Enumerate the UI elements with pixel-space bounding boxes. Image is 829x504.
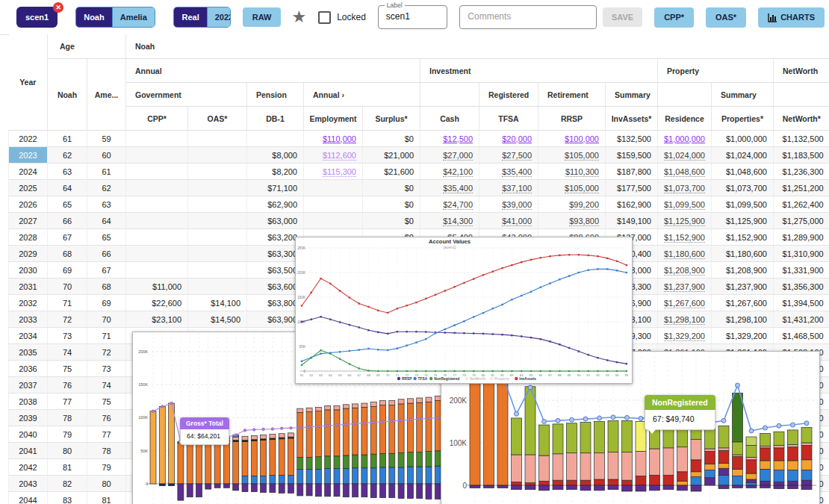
chart-account-values[interactable]: 050K100K150K200K250K61626364656667686970… (295, 237, 633, 384)
label-input[interactable] (379, 6, 447, 27)
editable-value-link[interactable]: $110,300 (565, 167, 599, 177)
editable-value-link[interactable]: $110,000 (323, 134, 356, 143)
value-cell[interactable]: $93,800 (538, 213, 606, 229)
value-cell[interactable]: $112,600 (304, 147, 363, 164)
value-cell[interactable]: $110,000 (304, 131, 363, 147)
editable-value-link[interactable]: $1,099,500 (664, 200, 705, 210)
value-cell[interactable]: $100,000 (538, 131, 606, 147)
year-cell[interactable]: 2039 (9, 410, 48, 426)
tab-2022-dollars[interactable]: 2022 $ (207, 7, 231, 27)
year-cell[interactable]: 2038 (9, 393, 48, 410)
tab-amelia[interactable]: Amelia (112, 7, 155, 27)
legend-item-property[interactable]: Property (490, 377, 509, 381)
col-cpp[interactable]: CPP* (126, 107, 188, 131)
col-employment[interactable]: Employment (304, 107, 363, 131)
year-cell[interactable]: 2031 (9, 279, 48, 295)
value-cell[interactable]: $1,298,100 (658, 311, 712, 328)
editable-value-link[interactable]: $1,073,700 (664, 184, 705, 193)
legend-item-invassets[interactable]: InvAssets (515, 377, 536, 381)
col-oas[interactable]: OAS* (188, 107, 247, 131)
oas-button[interactable]: OAS* (706, 7, 746, 28)
year-cell[interactable]: 2023 (9, 147, 48, 164)
value-cell[interactable]: $99,200 (538, 196, 606, 213)
year-cell[interactable]: 2036 (9, 361, 48, 377)
year-cell[interactable]: 2042 (9, 459, 48, 476)
editable-value-link[interactable]: $41,000 (502, 217, 532, 226)
comments-input[interactable] (460, 6, 596, 27)
editable-value-link[interactable]: $27,500 (502, 151, 532, 161)
col-cash[interactable]: Cash (420, 107, 479, 131)
value-cell[interactable]: $12,500 (420, 131, 479, 147)
value-cell[interactable]: $1,237,900 (658, 279, 712, 295)
editable-value-link[interactable]: $99,200 (569, 200, 599, 210)
editable-value-link[interactable]: $35,400 (502, 167, 532, 177)
year-cell[interactable]: 2040 (9, 426, 48, 443)
col-networth[interactable]: NetWorth* (774, 107, 829, 131)
value-cell[interactable]: $1,152,900 (658, 229, 712, 246)
editable-value-link[interactable]: $1,267,600 (664, 299, 705, 308)
editable-value-link[interactable]: $1,208,900 (664, 266, 705, 276)
editable-value-link[interactable]: $1,237,900 (664, 282, 705, 292)
year-cell[interactable]: 2037 (9, 377, 48, 393)
editable-value-link[interactable]: $100,000 (565, 134, 599, 143)
editable-value-link[interactable]: $1,125,900 (664, 217, 705, 226)
value-cell[interactable]: $20,000 (479, 131, 538, 147)
col-age-noah[interactable]: Noah (48, 59, 87, 131)
year-cell[interactable]: 2032 (9, 295, 48, 311)
editable-value-link[interactable]: $12,500 (443, 134, 473, 143)
legend-item-nonregistered[interactable]: NonRegistered (429, 377, 459, 381)
value-cell[interactable]: $42,100 (420, 164, 479, 180)
year-cell[interactable]: 2030 (9, 262, 48, 279)
col-invassets[interactable]: InvAssets* (606, 107, 658, 131)
editable-value-link[interactable]: $1,048,600 (664, 167, 705, 177)
editable-value-link[interactable]: $105,000 (565, 151, 599, 161)
value-cell[interactable]: $24,700 (420, 196, 479, 213)
editable-value-link[interactable]: $39,000 (502, 200, 532, 210)
editable-value-link[interactable]: $24,700 (443, 200, 473, 210)
col-age-amelia[interactable]: Ame... (87, 59, 126, 131)
col-db1[interactable]: DB-1 (247, 107, 304, 131)
value-cell[interactable]: $35,400 (479, 164, 538, 180)
value-cell[interactable]: $1,024,000 (658, 147, 712, 164)
editable-value-link[interactable]: $14,300 (443, 217, 473, 226)
editable-value-link[interactable]: $1,024,000 (664, 151, 705, 161)
editable-value-link[interactable]: $35,400 (443, 184, 473, 193)
editable-value-link[interactable]: $93,800 (569, 217, 599, 226)
year-cell[interactable]: 2022 (9, 131, 48, 147)
year-cell[interactable]: 2034 (9, 328, 48, 344)
raw-button[interactable]: RAW (243, 7, 282, 27)
legend-item-networth[interactable]: NetWorth (465, 377, 486, 381)
year-cell[interactable]: 2043 (9, 476, 48, 492)
value-cell[interactable]: $41,000 (479, 213, 538, 229)
year-cell[interactable]: 2026 (9, 196, 48, 213)
cpp-button[interactable]: CPP* (654, 7, 694, 28)
col-residence[interactable]: Residence (658, 107, 712, 131)
editable-value-link[interactable]: $112,600 (323, 151, 356, 161)
editable-value-link[interactable]: $1,298,100 (664, 315, 705, 325)
value-cell[interactable]: $1,180,600 (658, 246, 712, 262)
year-cell[interactable]: 2033 (9, 311, 48, 328)
value-cell[interactable]: $35,400 (420, 180, 479, 196)
editable-value-link[interactable]: $1,152,900 (664, 233, 705, 243)
scenario-tab[interactable]: scen1 ✕ (16, 7, 58, 28)
editable-value-link[interactable]: $105,000 (565, 184, 599, 193)
year-cell[interactable]: 2024 (9, 164, 48, 180)
star-icon[interactable]: ★ (291, 9, 306, 25)
value-cell[interactable]: $1,048,600 (658, 164, 712, 180)
value-cell[interactable]: $14,300 (420, 213, 479, 229)
editable-value-link[interactable]: $37,100 (502, 184, 532, 193)
editable-value-link[interactable]: $1,180,600 (664, 249, 705, 259)
value-cell[interactable]: $1,208,900 (658, 262, 712, 279)
value-cell[interactable]: $115,300 (304, 164, 363, 180)
save-button[interactable]: SAVE (603, 7, 642, 27)
editable-value-link[interactable]: $27,000 (443, 151, 473, 161)
year-cell[interactable]: 2027 (9, 213, 48, 229)
value-cell[interactable]: $105,000 (538, 147, 606, 164)
col-tfsa[interactable]: TFSA (479, 107, 538, 131)
editable-value-link[interactable]: $1,329,200 (664, 332, 705, 341)
value-cell[interactable]: $1,329,200 (658, 328, 712, 344)
year-cell[interactable]: 2041 (9, 443, 48, 459)
editable-value-link[interactable]: $20,000 (502, 134, 532, 143)
group-annual-link[interactable]: Annual › (304, 83, 420, 107)
charts-button[interactable]: CHARTS (758, 7, 825, 28)
